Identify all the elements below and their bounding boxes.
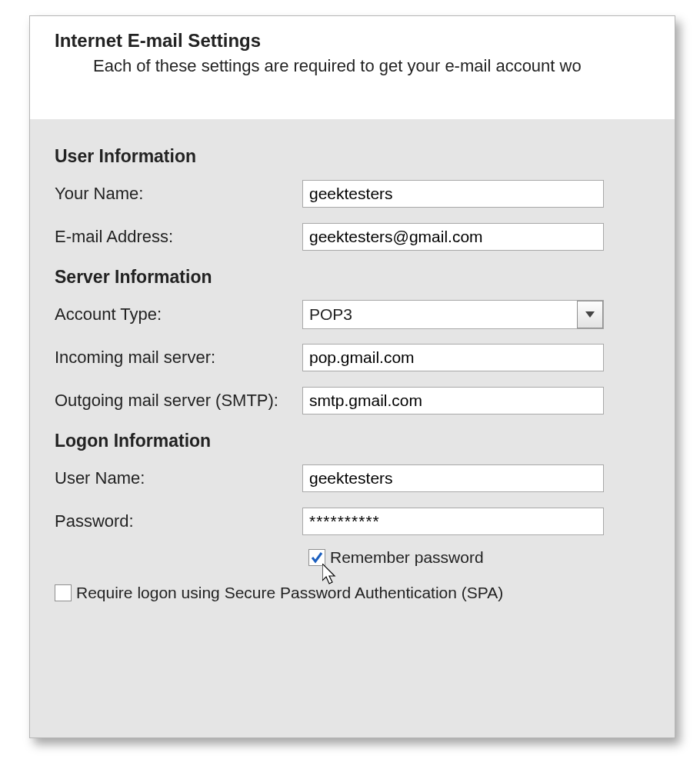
input-outgoing-server[interactable] (302, 387, 604, 414)
section-heading-user-info: User Information (55, 146, 653, 167)
label-your-name: Your Name: (55, 184, 302, 204)
input-your-name[interactable] (302, 180, 604, 208)
row-your-name: Your Name: (55, 178, 653, 210)
dialog-content: User Information Your Name: E-mail Addre… (30, 120, 675, 619)
label-outgoing-server: Outgoing mail server (SMTP): (55, 391, 302, 411)
section-heading-logon-info: Logon Information (55, 431, 653, 451)
row-require-spa: Require logon using Secure Password Auth… (55, 584, 653, 602)
row-incoming-server: Incoming mail server: (55, 341, 653, 374)
input-user-name[interactable] (302, 464, 604, 492)
combo-account-type[interactable]: POP3 (302, 300, 604, 329)
combo-account-type-button[interactable] (577, 301, 603, 328)
row-email-address: E-mail Address: (55, 221, 653, 253)
dialog-title: Internet E-mail Settings (55, 30, 655, 52)
label-email-address: E-mail Address: (55, 227, 302, 247)
row-password: Password: (55, 505, 653, 538)
label-incoming-server: Incoming mail server: (55, 348, 302, 368)
checkbox-remember-password[interactable] (308, 549, 325, 566)
row-user-name: User Name: (55, 462, 653, 494)
label-password: Password: (55, 511, 302, 531)
label-account-type: Account Type: (55, 305, 302, 325)
row-remember-password: Remember password (308, 548, 653, 567)
label-user-name: User Name: (55, 468, 302, 488)
row-outgoing-server: Outgoing mail server (SMTP): (55, 384, 653, 417)
label-remember-password: Remember password (330, 548, 484, 567)
section-heading-server-info: Server Information (55, 267, 653, 288)
row-account-type: Account Type: POP3 (55, 298, 653, 331)
input-email-address[interactable] (302, 223, 604, 251)
svg-marker-0 (585, 311, 595, 318)
checkbox-require-spa[interactable] (55, 584, 72, 601)
combo-account-type-value: POP3 (302, 300, 604, 329)
checkmark-icon (311, 551, 323, 564)
chevron-down-icon (585, 311, 595, 318)
dialog-header: Internet E-mail Settings Each of these s… (30, 16, 675, 120)
input-password[interactable] (302, 508, 604, 535)
label-require-spa: Require logon using Secure Password Auth… (76, 584, 503, 602)
dialog-subtitle: Each of these settings are required to g… (93, 56, 655, 76)
input-incoming-server[interactable] (302, 344, 604, 371)
email-settings-dialog: Internet E-mail Settings Each of these s… (29, 15, 675, 738)
